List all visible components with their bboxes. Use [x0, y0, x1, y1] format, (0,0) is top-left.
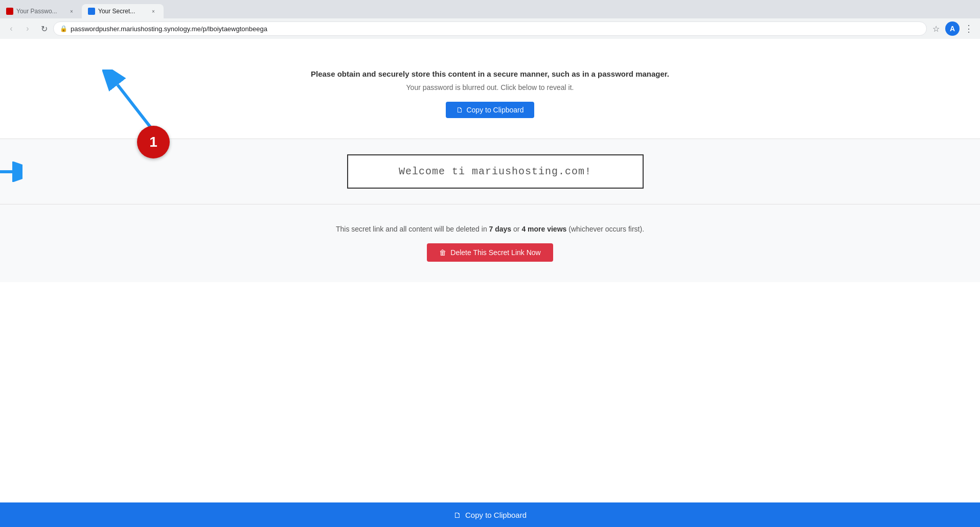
- tab-1-close[interactable]: ×: [67, 7, 76, 15]
- secure-icon: 🔒: [60, 25, 67, 32]
- section-bottom: This secret link and all content will be…: [0, 204, 980, 282]
- tab-1-title: Your Passwo...: [16, 8, 64, 15]
- address-bar[interactable]: 🔒 passwordpusher.mariushosting.synology.…: [53, 21, 927, 36]
- bottom-clipboard-icon: 🗋: [453, 511, 461, 519]
- tab-2[interactable]: Your Secret... ×: [82, 4, 164, 18]
- bottom-bar: 🗋 Copy to Clipboard: [0, 502, 980, 527]
- annotation-2-arrow: [0, 162, 22, 182]
- page-content: Please obtain and securely store this co…: [0, 39, 980, 527]
- copy-to-clipboard-button[interactable]: 🗋 Copy to Clipboard: [446, 102, 534, 118]
- tab-1[interactable]: Your Passwo... ×: [0, 4, 82, 18]
- delete-secret-button[interactable]: 🗑 Delete This Secret Link Now: [427, 243, 553, 262]
- expiry-middle: or: [511, 225, 521, 233]
- expiry-text: This secret link and all content will be…: [336, 225, 644, 233]
- clipboard-icon-top: 🗋: [456, 106, 463, 114]
- tab-2-title: Your Secret...: [98, 8, 146, 15]
- bottom-copy-label: Copy to Clipboard: [465, 511, 527, 519]
- section-top: Please obtain and securely store this co…: [0, 39, 980, 139]
- forward-button[interactable]: ›: [20, 21, 35, 36]
- delete-icon: 🗑: [439, 248, 446, 257]
- section-middle: 2 Welcome ti mariushosting.com!: [0, 139, 980, 204]
- secret-box: Welcome ti mariushosting.com!: [347, 154, 644, 189]
- tab-2-close[interactable]: ×: [149, 7, 157, 15]
- tab-2-favicon: [88, 8, 95, 15]
- url-text: passwordpusher.mariushosting.synology.me…: [71, 25, 920, 33]
- sub-instruction-text: Your password is blurred out. Click belo…: [406, 83, 574, 91]
- menu-button[interactable]: ⋮: [962, 21, 976, 36]
- expiry-suffix: (whichever occurs first).: [566, 225, 644, 233]
- secret-text: Welcome ti mariushosting.com!: [399, 166, 591, 177]
- address-bar-row: ‹ › ↻ 🔒 passwordpusher.mariushosting.syn…: [0, 18, 980, 39]
- back-button[interactable]: ‹: [4, 21, 18, 36]
- tab-bar: Your Passwo... × Your Secret... ×: [0, 0, 980, 18]
- annotation-2-area: 2: [0, 155, 22, 188]
- page-wrapper: 1 Please obtain and securely store this …: [0, 39, 980, 527]
- browser-chrome: Your Passwo... × Your Secret... × ‹ › ↻ …: [0, 0, 980, 39]
- expiry-prefix: This secret link and all content will be…: [336, 225, 489, 233]
- expiry-days: 7 days: [489, 225, 512, 233]
- refresh-button[interactable]: ↻: [37, 21, 51, 36]
- instruction-text: Please obtain and securely store this co…: [311, 70, 669, 78]
- bookmark-button[interactable]: ☆: [929, 21, 943, 36]
- secret-container: 2 Welcome ti mariushosting.com!: [10, 154, 970, 189]
- bottom-copy-button[interactable]: 🗋 Copy to Clipboard: [453, 511, 527, 519]
- copy-button-label-top: Copy to Clipboard: [466, 106, 523, 114]
- expiry-views: 4 more views: [521, 225, 566, 233]
- delete-button-label: Delete This Secret Link Now: [450, 248, 540, 257]
- tab-1-favicon: [6, 8, 13, 15]
- profile-button[interactable]: A: [945, 21, 960, 36]
